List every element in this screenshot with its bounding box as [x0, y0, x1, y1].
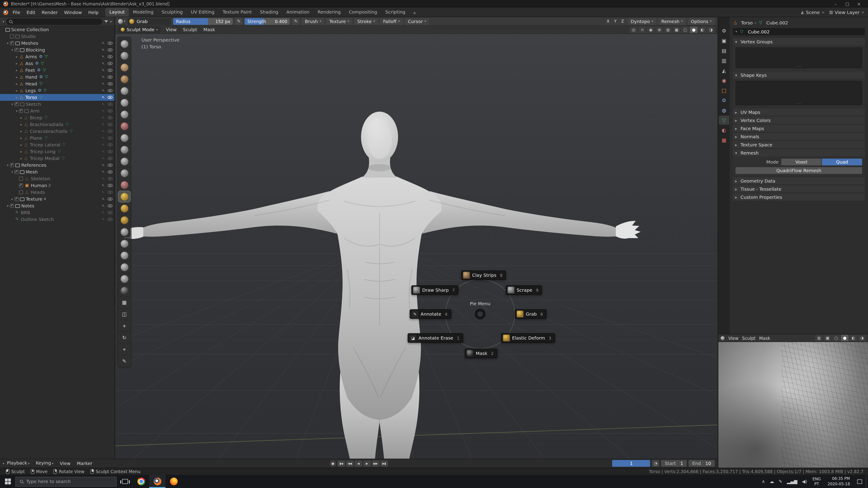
expand-toggle-icon[interactable]: ▾ [5, 204, 10, 207]
selectable-toggle-icon[interactable]: ↖ [102, 89, 105, 93]
selectable-toggle-icon[interactable]: ↖ [102, 55, 105, 59]
outliner-row-outline-sketch[interactable]: ✎Outline Sketch↖ [0, 216, 114, 223]
outliner-row-texture[interactable]: ▸Texture4↖ [0, 196, 114, 202]
hide-toggle-icon[interactable] [107, 143, 113, 147]
remesh-mode-quad-button[interactable]: Quad [822, 159, 862, 165]
properties-tab-world[interactable]: ◉ [719, 76, 729, 85]
outliner-row-references[interactable]: ▾References↖ [0, 162, 114, 168]
view-layer-selector[interactable]: ▥ View Layer × [829, 10, 864, 15]
tool-clay-strips[interactable] [119, 74, 130, 85]
mesh-name-field[interactable]: ▾ ▽ Cube.002 [733, 28, 865, 35]
tool-blob[interactable] [119, 109, 130, 120]
unlink-view-layer-icon[interactable]: × [862, 10, 864, 14]
tool-crease[interactable] [119, 121, 130, 131]
tool-flatten[interactable] [119, 144, 130, 155]
panel-header-vertex-groups[interactable]: ▼Vertex Groups [733, 38, 865, 45]
selectable-toggle-icon[interactable]: ↖ [102, 184, 105, 188]
end-frame-field[interactable]: End 10 [689, 460, 715, 467]
outliner-row-blocking[interactable]: ▾Blocking↖ [0, 46, 114, 53]
next-keyframe-button[interactable]: ▶▶ [372, 460, 379, 466]
pie-item-mask[interactable]: Mask2 [465, 349, 497, 358]
secondary-show-overlays-button[interactable]: ◍ [815, 335, 823, 341]
workspace-tab-sculpting[interactable]: Sculpting [158, 8, 187, 17]
workspace-tab-modeling[interactable]: Modeling [129, 8, 158, 17]
properties-tab-physics[interactable]: ◍ [719, 106, 729, 115]
outliner-search-input[interactable] [6, 18, 102, 25]
hide-toggle-icon[interactable] [107, 41, 113, 45]
outliner-row-tricep-lateral[interactable]: ▸△Tricep Lateral▽↖ [0, 141, 114, 148]
hide-toggle-icon[interactable] [107, 136, 113, 140]
menu-file[interactable]: File [9, 7, 23, 17]
pie-item-annotate[interactable]: ✎Annotate4 [410, 309, 451, 319]
selectable-toggle-icon[interactable]: ↖ [102, 136, 105, 140]
popover-texture[interactable]: Texture▾ [326, 18, 352, 25]
tool-inflate[interactable] [119, 97, 130, 108]
outliner-row-sketch[interactable]: ▾Sketch↖ [0, 101, 114, 107]
blender-taskbar-button[interactable] [149, 475, 165, 488]
outliner-row-hand[interactable]: ▸△Hand⚙▽↖ [0, 74, 114, 80]
shading-wireframe-button[interactable]: ○ [681, 26, 689, 33]
panel-header-shape-keys[interactable]: ▼Shape Keys [733, 71, 865, 78]
collection-checkbox[interactable] [19, 109, 23, 113]
outliner-row-legs[interactable]: ▸△Legs⚙▽↖ [0, 87, 114, 94]
breadcrumb-object[interactable]: Torso [741, 20, 753, 25]
expand-toggle-icon[interactable]: ▸ [14, 68, 19, 72]
sculpted-human-model[interactable] [121, 111, 641, 459]
radius-slider[interactable]: Radius 152 px [174, 18, 233, 25]
expand-toggle-icon[interactable]: ▸ [14, 89, 19, 92]
expand-toggle-icon[interactable]: ▾ [5, 163, 10, 167]
panel-header-texture-space[interactable]: ▶Texture Space [733, 141, 865, 148]
outliner-row-plane[interactable]: ▸△Plane▽↖ [0, 135, 114, 141]
tool-box-hide[interactable]: ▦ [119, 297, 130, 308]
strength-pressure-toggle[interactable]: ✎ [292, 18, 300, 25]
transform-orientation-button[interactable]: ◎ [630, 26, 638, 33]
play-reverse-button[interactable]: ◀ [354, 460, 362, 466]
expand-toggle-icon[interactable]: ▸ [19, 123, 24, 126]
outliner-row-tricep-long[interactable]: ▸△Tricep Long▽↖ [0, 148, 114, 155]
popover-brush[interactable]: Brush▾ [302, 18, 324, 25]
properties-tab-scene[interactable]: ◭ [719, 66, 729, 75]
tool-snake-hook[interactable] [119, 215, 130, 225]
hide-toggle-icon[interactable] [107, 123, 113, 126]
workspace-tab-compositing[interactable]: Compositing [345, 8, 381, 17]
outliner-row-meshes[interactable]: ▾Meshes↖ [0, 40, 114, 46]
properties-tab-object-data[interactable]: ▽ [719, 116, 729, 125]
hidden-icons-chevron-icon[interactable]: ∧ [762, 479, 765, 484]
hide-toggle-icon[interactable] [107, 55, 113, 58]
selectable-toggle-icon[interactable]: ↖ [102, 41, 105, 45]
3d-viewport[interactable]: User Perspective (1) Torso ▦◫+↻⌖✎ Pie Me… [115, 34, 717, 459]
minimize-button[interactable]: – [830, 0, 841, 8]
scene-selector[interactable]: ◭ Scene × [801, 10, 825, 15]
secondary-toggle-xray-button[interactable]: ▣ [824, 335, 831, 341]
tool-transform[interactable]: ⌖ [119, 344, 130, 355]
expand-toggle-icon[interactable]: ▸ [19, 143, 24, 147]
play-button[interactable]: ▶ [363, 460, 371, 466]
proportional-editing-button[interactable]: ◉ [647, 26, 655, 33]
hide-toggle-icon[interactable] [107, 184, 113, 187]
selectable-toggle-icon[interactable]: ↖ [102, 197, 105, 201]
tool-clay[interactable] [119, 62, 130, 73]
tool-thumb[interactable] [119, 226, 130, 237]
active-brush-selector[interactable]: Grab [128, 18, 171, 25]
timeline-menu-keying[interactable]: Keying ▾ [33, 459, 56, 468]
panel-header-tissue-tessellate[interactable]: ▶Tissue - Tessellate [733, 185, 865, 193]
workspace-tab-texture-paint[interactable]: Texture Paint [219, 8, 256, 17]
selectable-toggle-icon[interactable]: ↖ [102, 129, 105, 133]
selectable-toggle-icon[interactable]: ↖ [102, 150, 105, 154]
properties-tab-material[interactable]: ◐ [719, 126, 729, 135]
hide-toggle-icon[interactable] [107, 96, 113, 99]
selectable-toggle-icon[interactable]: ↖ [102, 116, 105, 120]
snapping-magnet-button[interactable]: ∩ [638, 26, 646, 33]
popover-stroke[interactable]: Stroke▾ [354, 18, 378, 25]
expand-toggle-icon[interactable]: ▸ [10, 197, 14, 201]
workspace-tab-animation[interactable]: Animation [282, 8, 313, 17]
viewport-menu-sculpt[interactable]: Sculpt [180, 26, 199, 34]
properties-tab-texture[interactable]: ▦ [719, 135, 729, 144]
expand-toggle-icon[interactable]: ▸ [14, 82, 19, 86]
properties-tab-modifiers[interactable]: ⚙ [719, 96, 729, 105]
tool-draw[interactable] [119, 38, 130, 49]
toggle-xray-button[interactable]: ▣ [673, 26, 680, 33]
network-icon[interactable]: ▂▄▆ [787, 479, 797, 484]
use-preview-range-toggle[interactable]: ◔ [652, 460, 659, 467]
current-frame-field[interactable]: 1 [612, 460, 650, 467]
